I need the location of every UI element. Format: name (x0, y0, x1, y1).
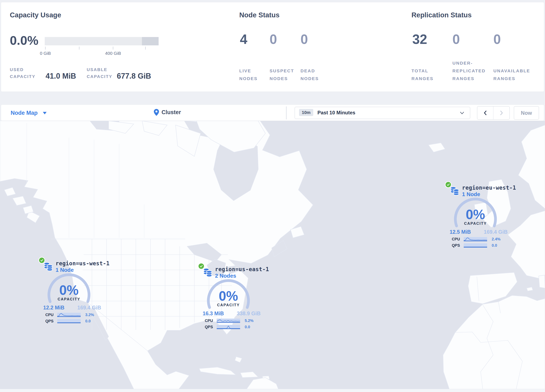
qps-value: 0.0 (492, 243, 497, 248)
usable-capacity-label-line2: CAPACITY (87, 73, 112, 80)
qps-sparkline (217, 325, 240, 329)
cpu-value: 3.2% (85, 312, 94, 317)
label-line: NODES (270, 75, 294, 82)
cpu-label: CPU (40, 312, 54, 317)
region-marker-us-west-1[interactable]: region=us-west-1 1 Node 0% CAPACITY 12.2… (31, 253, 107, 326)
cpu-sparkline (57, 313, 81, 317)
database-nodes-icon (203, 268, 212, 277)
replication-status-title: Replication Status (411, 11, 472, 19)
qps-label: QPS (199, 325, 213, 329)
label-line: UNAVAILABLE (493, 67, 530, 75)
label-line: LIVE (239, 67, 258, 75)
used-capacity-value: 41.0 MiB (46, 72, 76, 81)
usable-capacity-label-line1: USABLE (87, 66, 112, 73)
database-nodes-icon (450, 186, 459, 196)
region-name: region=eu-west-1 (462, 185, 516, 191)
axis-tick-label-400: 400 GiB (100, 51, 126, 56)
label-line: RANGES (493, 75, 530, 82)
cpu-value: 2.4% (492, 237, 501, 242)
breadcrumb: Cluster (154, 109, 181, 116)
capacity-label: CAPACITY (31, 297, 107, 301)
label-line: RANGES (411, 75, 434, 82)
label-line: UNDER- (452, 59, 486, 67)
capacity-usage-title: Capacity Usage (10, 11, 61, 19)
label-line: REPLICATED (452, 67, 486, 75)
chevron-down-icon (43, 112, 47, 114)
capacity-total-value: 338.9 GiB (234, 311, 263, 317)
capacity-used-value: 12.5 MiB (446, 229, 474, 235)
chevron-left-icon (484, 110, 487, 115)
capacity-label: CAPACITY (438, 221, 513, 226)
qps-value: 0.0 (245, 325, 250, 329)
time-range-label: Past 10 Minutes (317, 110, 355, 116)
qps-value: 0.0 (85, 319, 91, 324)
breadcrumb-cluster[interactable]: Cluster (161, 109, 181, 116)
suspect-nodes-count: 0 (270, 31, 277, 47)
under-replicated-ranges-label: UNDER- REPLICATED RANGES (452, 59, 486, 82)
capacity-total-value: 169.4 GiB (481, 229, 510, 235)
cpu-sparkline (217, 319, 240, 323)
label-line: RANGES (452, 75, 486, 82)
time-range-dropdown[interactable]: 10m Past 10 Minutes (295, 107, 470, 119)
label-line: SUSPECT (270, 67, 294, 75)
location-pin-icon (154, 109, 159, 116)
capacity-usage-bar (45, 37, 159, 45)
unavailable-ranges-label: UNAVAILABLE RANGES (493, 67, 530, 82)
suspect-nodes-label: SUSPECT NODES (270, 67, 294, 82)
chevron-right-icon (500, 110, 503, 115)
capacity-bar-reserved-segment (142, 37, 159, 45)
capacity-used-value: 12.2 MiB (40, 305, 68, 311)
dead-nodes-label: DEAD NODES (301, 67, 319, 82)
total-ranges-label: TOTAL RANGES (411, 67, 434, 82)
total-ranges-count: 32 (412, 31, 427, 47)
live-nodes-count: 4 (240, 31, 248, 47)
time-range-badge: 10m (299, 109, 313, 116)
cluster-summary-panel: Capacity Usage 0.0% 0 GiB 400 GiB USED C… (1, 2, 544, 92)
chevron-down-icon (460, 112, 464, 114)
capacity-used-percent: 0.0% (10, 33, 38, 48)
toolbar-divider (286, 106, 286, 119)
cpu-value: 5.2% (245, 318, 254, 323)
capacity-percent: 0% (438, 207, 513, 222)
capacity-label: CAPACITY (191, 303, 266, 307)
axis-tick (145, 47, 146, 50)
capacity-percent: 0% (31, 282, 107, 298)
time-step-back-button[interactable] (477, 106, 493, 119)
now-button[interactable]: Now (514, 106, 539, 120)
dead-nodes-count: 0 (301, 31, 308, 47)
qps-sparkline (464, 243, 487, 248)
qps-label: QPS (40, 319, 54, 324)
usable-capacity-value: 677.8 GiB (117, 72, 151, 81)
cpu-label: CPU (446, 237, 460, 242)
capacity-total-value: 169.4 GiB (74, 305, 104, 311)
live-nodes-label: LIVE NODES (239, 67, 258, 82)
label-line: NODES (239, 75, 258, 82)
axis-tick (113, 47, 113, 50)
used-capacity-label: USED CAPACITY (10, 66, 35, 80)
usable-capacity-label: USABLE CAPACITY (87, 66, 112, 80)
capacity-percent: 0% (191, 288, 266, 304)
axis-tick-label-0: 0 GiB (33, 51, 58, 56)
page-footer-strip (0, 389, 545, 392)
view-selector-dropdown[interactable]: Node Map (11, 110, 38, 116)
cpu-label: CPU (199, 318, 213, 323)
region-name: region=us-east-1 (215, 266, 269, 272)
label-line: NODES (301, 75, 319, 82)
database-nodes-icon (43, 262, 53, 272)
label-line: DEAD (301, 67, 319, 75)
qps-label: QPS (446, 243, 460, 248)
qps-sparkline (57, 319, 81, 323)
time-step-forward-button[interactable] (493, 106, 509, 119)
axis-tick (45, 47, 46, 50)
unavailable-ranges-count: 0 (493, 31, 501, 47)
capacity-used-value: 16.3 MiB (199, 311, 227, 317)
region-marker-eu-west-1[interactable]: region=eu-west-1 1 Node 0% CAPACITY 12.5… (438, 177, 513, 250)
node-status-title: Node Status (239, 11, 280, 19)
used-capacity-label-line1: USED (10, 66, 35, 73)
cpu-sparkline (464, 237, 487, 241)
time-step-buttons (477, 106, 510, 120)
label-line: TOTAL (411, 67, 434, 75)
under-replicated-ranges-count: 0 (452, 31, 460, 47)
region-marker-us-east-1[interactable]: region=us-east-1 2 Nodes 0% CAPACITY 16.… (191, 259, 266, 332)
region-name: region=us-west-1 (56, 261, 110, 266)
